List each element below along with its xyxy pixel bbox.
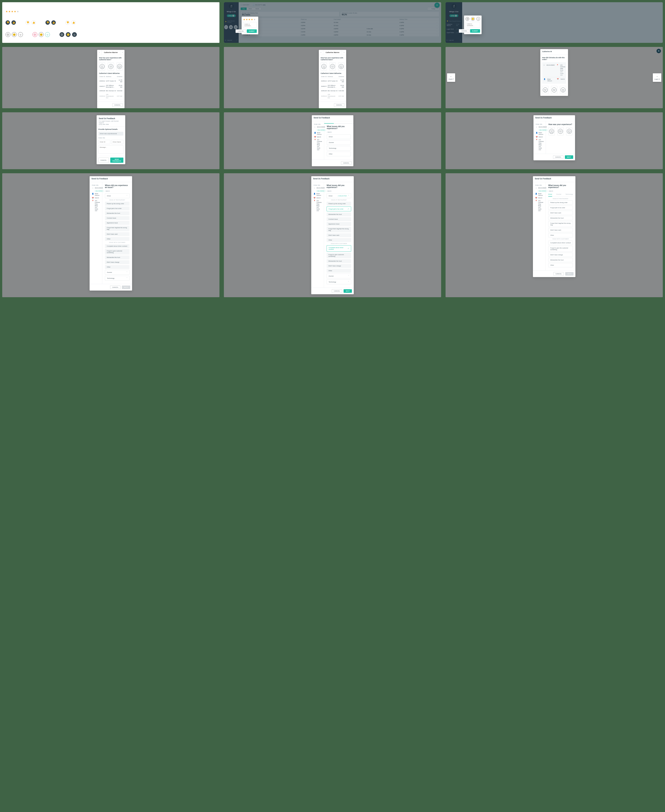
accordion-technology[interactable]: Technology˅ bbox=[105, 276, 129, 281]
close-button[interactable]: ✕ bbox=[657, 49, 661, 53]
cancel-button[interactable]: CANCEL bbox=[98, 157, 109, 163]
list-item[interactable]: Other bbox=[327, 269, 351, 273]
back-link[interactable]: ‹ BACK bbox=[327, 190, 351, 192]
rate-sad[interactable] bbox=[99, 62, 105, 70]
face-happy-icon[interactable]: ☺ bbox=[45, 32, 50, 37]
back-link[interactable]: ‹ BACK bbox=[548, 190, 573, 192]
accordion-zoomer[interactable]: Zoomer˅ bbox=[327, 273, 351, 278]
comment-input[interactable] bbox=[465, 22, 480, 28]
list-item[interactable]: Other bbox=[105, 237, 129, 241]
next-button[interactable]: NEXT bbox=[565, 156, 573, 159]
list-item[interactable]: Complaint about driver conduct bbox=[105, 244, 129, 248]
star-rating[interactable]: ★★★★★ bbox=[243, 18, 257, 21]
list-item[interactable]: Other bbox=[327, 238, 351, 242]
cancel-button[interactable]: CANCEL bbox=[332, 289, 342, 293]
list-item[interactable]: Forgot to give the customer something bbox=[548, 246, 573, 252]
issue-category-driver[interactable]: Driver bbox=[327, 134, 351, 139]
cancel-button[interactable]: CANCEL bbox=[553, 156, 563, 159]
table-row[interactable]: 20454121075 Tucker St11:39 AM bbox=[321, 78, 344, 83]
list-item[interactable]: Forgot their bag/had the wrong bag bbox=[327, 227, 351, 232]
list-item[interactable]: Didn't have change bbox=[548, 253, 573, 257]
rate-sad[interactable] bbox=[321, 62, 327, 70]
cancel-button[interactable]: CANCEL bbox=[334, 103, 344, 107]
prev-paddle[interactable]: ←Clyde P bbox=[447, 73, 455, 82]
list-item[interactable]: Didn't have cash bbox=[548, 211, 573, 215]
list-item[interactable]: Conduct issue bbox=[105, 216, 129, 220]
cancel-button[interactable]: CANCEL bbox=[110, 286, 120, 289]
next-driver-button[interactable]: › bbox=[342, 50, 346, 55]
rate-neutral[interactable] bbox=[557, 127, 563, 135]
list-item[interactable]: Mishandled the food bbox=[548, 216, 573, 220]
issue-category-technology[interactable]: Technology bbox=[327, 146, 351, 151]
rate-sad[interactable] bbox=[549, 127, 555, 135]
tab-technology[interactable]: Technology bbox=[565, 193, 573, 196]
table-row[interactable]: 2045018108 Swaniawski Ave8:57 AM bbox=[321, 93, 344, 100]
table-row[interactable]: 2045377102 Wilburn Mountain A…10:44 AM bbox=[99, 83, 123, 89]
accordion-zoomer[interactable]: Zoomer˅ bbox=[105, 270, 129, 275]
table-row[interactable]: 2045109801 Herman St9:39 AM bbox=[99, 89, 123, 93]
list-item[interactable]: Forgot to give customer something bbox=[105, 249, 129, 255]
face-neutral-icon[interactable]: 😐 bbox=[471, 17, 475, 21]
issue-category-zoomer[interactable]: Zoomer bbox=[327, 140, 351, 145]
face-happy-icon[interactable]: ☺ bbox=[18, 32, 23, 37]
submit-button[interactable]: SUBMIT bbox=[470, 29, 480, 33]
list-item-selected[interactable]: Forgot part of an order bbox=[327, 206, 351, 211]
next-button[interactable]: NEXT bbox=[565, 272, 573, 276]
tab-zoomer[interactable]: Zoomer bbox=[556, 193, 561, 196]
face-neutral-icon[interactable]: 😐 bbox=[39, 32, 44, 37]
table-row[interactable]: 20454121075 Tucker St11:39 AM bbox=[99, 78, 123, 83]
thumbs-up-icon[interactable]: 👍 bbox=[11, 20, 16, 25]
list-item[interactable]: Didn't have change bbox=[327, 264, 351, 268]
rate-happy[interactable] bbox=[566, 127, 572, 135]
send-feedback-button[interactable]: SEND FEEDBACK bbox=[110, 157, 123, 163]
list-item[interactable]: Picked up the wrong order bbox=[327, 202, 351, 206]
thumbs-down-icon[interactable]: 👎 bbox=[5, 20, 10, 25]
rate-neutral[interactable] bbox=[551, 86, 557, 94]
list-item[interactable]: Picked up the wrong order bbox=[548, 200, 573, 205]
back-link[interactable]: ‹ BACK bbox=[105, 190, 129, 192]
list-item[interactable]: Mishandled the food bbox=[548, 258, 573, 262]
list-item[interactable]: Didn't have cash bbox=[548, 228, 573, 232]
cancel-button[interactable]: CANCEL bbox=[554, 272, 564, 276]
comment-input[interactable] bbox=[243, 22, 257, 28]
thumbs-down-icon[interactable]: 👎 bbox=[46, 20, 50, 25]
tab-driver[interactable]: Driver bbox=[548, 193, 552, 196]
face-neutral-icon[interactable]: 😐 bbox=[12, 32, 16, 37]
list-item[interactable]: Mishandled the food bbox=[327, 259, 351, 263]
list-item[interactable]: Forgot to give customer something bbox=[327, 253, 351, 258]
list-item[interactable]: Apperance issue bbox=[105, 221, 129, 225]
accordion-technology[interactable]: Technology˅ bbox=[327, 280, 351, 284]
list-item[interactable]: Forgot part of an order bbox=[105, 206, 129, 210]
issue-category-other[interactable]: Other bbox=[327, 152, 351, 156]
cancel-button[interactable]: CANCEL bbox=[236, 29, 246, 33]
accordion-driver[interactable]: Driver 2 SELECTED ˄ bbox=[327, 193, 351, 198]
accordion-driver[interactable]: Driver˄ bbox=[105, 193, 129, 198]
list-item[interactable]: Mishandled the food bbox=[105, 255, 129, 259]
next-button[interactable]: NEXT bbox=[122, 286, 130, 289]
list-item[interactable]: Other bbox=[548, 263, 573, 267]
face-happy-icon[interactable]: ☺ bbox=[477, 17, 480, 21]
list-item[interactable]: Didn't have cash bbox=[327, 233, 351, 237]
face-sad-icon[interactable]: ☹ bbox=[59, 32, 64, 37]
face-neutral-icon[interactable]: 😐 bbox=[66, 32, 70, 37]
thumbs-down-icon[interactable]: 👎 bbox=[66, 20, 70, 25]
list-item[interactable]: Apperance issue bbox=[327, 222, 351, 226]
next-paddle[interactable]: →Logan D bbox=[653, 73, 661, 82]
list-item[interactable]: Forgot their bag/had the wrong bag bbox=[548, 221, 573, 227]
next-button[interactable]: NEXT bbox=[344, 289, 352, 293]
thumbs-up-icon[interactable]: 👍 bbox=[71, 20, 76, 25]
star-rating[interactable]: ★ ★ ★ ★ ★ bbox=[5, 10, 216, 13]
list-item[interactable]: Didn't have change bbox=[105, 260, 129, 264]
thumbs-down-icon[interactable]: 👎 bbox=[26, 20, 30, 25]
list-item[interactable]: Picked up the wrong order bbox=[105, 202, 129, 206]
face-happy-icon[interactable]: ☺ bbox=[72, 32, 77, 37]
list-item[interactable]: Mishandled the food bbox=[327, 213, 351, 216]
rate-neutral[interactable] bbox=[329, 62, 336, 70]
thumbs-up-icon[interactable]: 👍 bbox=[51, 20, 56, 25]
rate-happy[interactable] bbox=[560, 86, 566, 94]
list-item[interactable]: Other bbox=[105, 265, 129, 269]
list-item[interactable]: Forgot part of an order bbox=[548, 206, 573, 210]
order-id-input[interactable] bbox=[98, 140, 110, 144]
cancel-button[interactable]: CANCEL bbox=[341, 161, 351, 165]
cancel-button[interactable]: CANCEL bbox=[112, 103, 123, 107]
